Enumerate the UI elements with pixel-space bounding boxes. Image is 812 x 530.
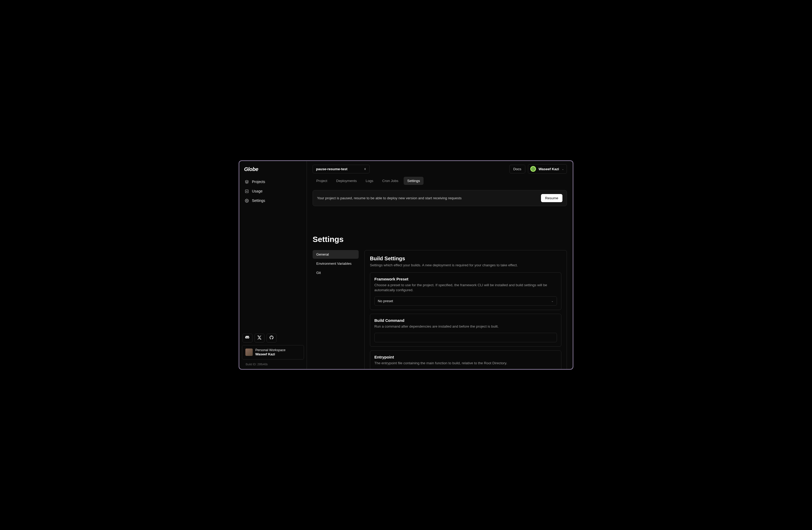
workspace-label: Personal Workspace [255,348,286,352]
card-desc: Choose a preset to use for the project. … [374,283,557,293]
build-command-input[interactable] [374,333,557,342]
banner-message: Your project is paused, resume to be abl… [317,196,462,200]
tab-logs[interactable]: Logs [362,177,377,185]
topbar-right: Docs Waseef Kazi ⌄ [509,164,567,173]
github-link[interactable] [266,334,276,343]
framework-preset-card: Framework Preset Choose a preset to use … [370,272,561,310]
chevron-updown-icon: ▲▼ [364,168,366,170]
topbar: pause-resume-test ▲▼ Docs Waseef Kazi ⌄ [307,161,572,173]
chevron-down-icon: ⌄ [551,299,553,303]
tab-deployments[interactable]: Deployments [333,177,361,185]
section-desc: Settings which effect your builds. A new… [370,263,561,267]
chart-icon [245,189,249,193]
settings-nav-git[interactable]: Git [313,268,359,277]
svg-point-1 [246,200,247,201]
sidebar-item-label: Projects [252,180,265,184]
settings-panel: Build Settings Settings which effect you… [364,250,567,369]
card-title: Build Command [374,318,557,323]
entrypoint-card: Entrypoint The entrypoint file containin… [370,350,561,369]
project-selector[interactable]: pause-resume-test ▲▼ [313,165,369,173]
gear-icon [245,198,249,203]
discord-icon [245,335,250,341]
page-title: Settings [313,235,567,244]
x-twitter-link[interactable] [255,334,264,343]
settings-nav: General Environment Variables Git [313,250,359,369]
content-area: Your project is paused, resume to be abl… [307,185,572,369]
sidebar-footer: Personal Workspace Waseef Kazi Build ID:… [242,334,304,366]
discord-link[interactable] [243,334,252,343]
settings-nav-general[interactable]: General [313,250,359,259]
paused-banner: Your project is paused, resume to be abl… [313,190,567,206]
card-title: Framework Preset [374,277,557,281]
tab-cron-jobs[interactable]: Cron Jobs [378,177,402,185]
tab-settings[interactable]: Settings [404,177,424,185]
main-content: pause-resume-test ▲▼ Docs Waseef Kazi ⌄ … [307,161,572,369]
social-links [242,334,304,343]
user-menu[interactable]: Waseef Kazi ⌄ [528,164,567,173]
sidebar-nav: Projects Usage Settings [242,177,304,334]
sidebar-item-projects[interactable]: Projects [242,177,304,186]
docs-link[interactable]: Docs [509,165,525,173]
user-avatar-round [530,166,536,172]
brand-logo: Globe [242,165,304,177]
project-tabs: Project Deployments Logs Cron Jobs Setti… [307,173,572,185]
select-value: No preset [378,299,393,303]
sidebar-item-label: Settings [252,198,265,203]
sidebar-item-usage[interactable]: Usage [242,186,304,196]
workspace-owner: Waseef Kazi [255,352,286,357]
project-name: pause-resume-test [316,167,347,171]
tab-project[interactable]: Project [313,177,331,185]
card-desc: Run a command after dependencies are ins… [374,324,557,329]
x-icon [257,335,262,341]
github-icon [269,335,274,341]
sidebar: Globe Projects Usage Settings [240,161,307,369]
card-desc: The entrypoint file containing the main … [374,361,557,366]
settings-nav-env-vars[interactable]: Environment Variables [313,259,359,268]
framework-preset-select[interactable]: No preset ⌄ [374,296,557,306]
workspace-info: Personal Workspace Waseef Kazi [255,348,286,357]
stack-icon [245,180,249,184]
user-name: Waseef Kazi [539,167,559,171]
settings-layout: General Environment Variables Git Build … [313,250,567,369]
resume-button[interactable]: Resume [541,194,563,202]
card-title: Entrypoint [374,355,557,359]
workspace-switcher[interactable]: Personal Workspace Waseef Kazi [242,345,304,360]
sidebar-item-settings[interactable]: Settings [242,196,304,205]
app-window: Globe Projects Usage Settings [238,160,574,370]
sidebar-item-label: Usage [252,189,262,193]
build-command-card: Build Command Run a command after depend… [370,314,561,347]
chevron-down-icon: ⌄ [562,167,564,171]
section-title: Build Settings [370,255,561,262]
user-avatar-square [245,349,253,356]
build-id: Build ID: 28fb46b [242,362,304,366]
